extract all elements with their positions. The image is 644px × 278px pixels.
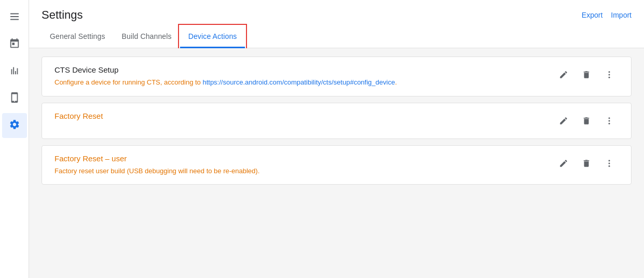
header: Settings Export Import: [29, 0, 644, 22]
device-icon: [9, 92, 20, 106]
delete-factory-reset-user-button[interactable]: [577, 154, 596, 173]
action-card-cts-device-setup: CTS Device Setup Configure a device for …: [42, 57, 632, 96]
svg-point-6: [609, 117, 610, 119]
card-content-factory-reset-user: Factory Reset – user Factory reset user …: [54, 154, 546, 176]
svg-point-5: [609, 77, 610, 78]
header-actions: Export Import: [582, 11, 632, 19]
card-title-factory-reset-user: Factory Reset – user: [54, 154, 546, 163]
sidebar: [0, 0, 29, 278]
edit-factory-reset-button[interactable]: [554, 112, 573, 130]
more-factory-reset-user-button[interactable]: [600, 154, 619, 173]
cts-link[interactable]: https://source.android.com/compatibility…: [202, 78, 395, 86]
action-card-factory-reset-user: Factory Reset – user Factory reset user …: [42, 145, 632, 185]
svg-point-10: [609, 162, 610, 164]
card-title-factory-reset: Factory Reset: [54, 112, 546, 120]
card-content-factory-reset: Factory Reset: [54, 112, 546, 123]
svg-point-7: [609, 120, 610, 121]
svg-rect-2: [10, 19, 19, 20]
sidebar-item-device[interactable]: [2, 86, 27, 111]
tab-build-channels[interactable]: Build Channels: [114, 26, 180, 48]
card-description-factory-reset-user: Factory reset user build (USB debugging …: [54, 166, 546, 176]
sidebar-item-tasks[interactable]: [2, 5, 27, 30]
edit-factory-reset-user-button[interactable]: [554, 154, 573, 173]
card-actions-factory-reset-user: [554, 154, 619, 173]
more-factory-reset-button[interactable]: [600, 112, 619, 130]
tabs-bar: General Settings Build Channels Device A…: [29, 26, 644, 48]
tasks-icon: [9, 11, 20, 25]
delete-factory-reset-button[interactable]: [577, 112, 596, 130]
more-cts-button[interactable]: [600, 65, 619, 84]
card-title-cts: CTS Device Setup: [54, 65, 546, 74]
svg-point-9: [609, 160, 610, 161]
main-panel: Settings Export Import General Settings …: [29, 0, 644, 278]
card-description-cts: Configure a device for running CTS, acco…: [54, 77, 546, 88]
page-title: Settings: [42, 8, 83, 22]
import-button[interactable]: Import: [611, 11, 632, 19]
content-area: CTS Device Setup Configure a device for …: [29, 48, 644, 278]
card-actions-cts: [554, 65, 619, 84]
svg-point-4: [609, 74, 610, 76]
tab-device-actions[interactable]: Device Actions: [180, 26, 245, 48]
action-card-factory-reset: Factory Reset: [42, 103, 632, 139]
svg-rect-0: [10, 13, 19, 14]
svg-point-8: [609, 122, 610, 124]
export-button[interactable]: Export: [582, 11, 602, 19]
sidebar-item-calendar[interactable]: [2, 32, 27, 57]
svg-point-3: [609, 71, 610, 73]
settings-icon: [9, 119, 20, 133]
analytics-icon: [9, 65, 20, 79]
svg-point-11: [609, 165, 610, 166]
delete-cts-button[interactable]: [577, 65, 596, 84]
sidebar-item-settings[interactable]: [2, 113, 27, 138]
card-actions-factory-reset: [554, 112, 619, 130]
svg-rect-1: [10, 16, 19, 17]
card-content-cts: CTS Device Setup Configure a device for …: [54, 65, 546, 88]
edit-cts-button[interactable]: [554, 65, 573, 84]
calendar-icon: [9, 38, 20, 52]
sidebar-item-analytics[interactable]: [2, 59, 27, 84]
tab-general-settings[interactable]: General Settings: [42, 26, 114, 48]
